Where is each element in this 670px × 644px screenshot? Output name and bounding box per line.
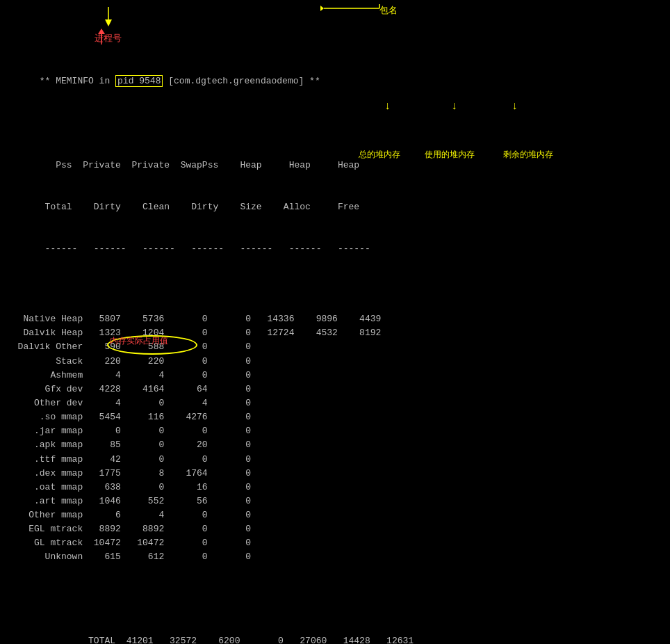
table-row: Dalvik Other 590 588 0 0 <box>7 340 670 354</box>
table-row: .dex mmap 1775 8 1764 0 <box>7 467 670 481</box>
heap-size-arrow: ↓ <box>384 100 391 113</box>
table-row: .jar mmap 0 0 0 0 <box>7 424 670 438</box>
table-row: Native Heap 5807 5736 0 0 14336 9896 443… <box>7 312 670 326</box>
total-row: TOTAL 41201 32572 6200 0 27060 14428 126… <box>7 620 670 644</box>
header-line: ** MEMINFO in pid 9548 [com.dgtech.green… <box>7 61 670 102</box>
col-header-1: Pss Private Private SwapPss Heap Heap He… <box>7 159 670 172</box>
package-arrow-svg <box>254 3 463 27</box>
table-row: .oat mmap 638 0 16 0 <box>7 481 670 494</box>
svg-marker-6 <box>320 6 324 11</box>
table-row: .so mmap 5454 116 4276 0 <box>7 410 670 424</box>
table-row: Other dev 4 0 4 0 <box>7 396 670 410</box>
table-row: Other mmap 6 4 0 0 <box>7 508 670 522</box>
table-row: Unknown 615 612 0 0 <box>7 550 670 564</box>
heap-free-arrow: ↓ <box>512 100 518 113</box>
table-row: Dalvik Heap 1323 1204 0 0 12724 4532 819… <box>7 326 670 340</box>
process-num-arrow-svg <box>95 27 150 48</box>
heap-alloc-arrow: ↓ <box>451 100 458 113</box>
table-row: .apk mmap 85 0 20 0 <box>7 438 670 452</box>
table-row: GL mtrack 10472 10472 0 0 <box>7 536 670 550</box>
table-row: Stack 220 220 0 0 <box>7 355 670 369</box>
svg-marker-3 <box>98 29 105 34</box>
col-header-2: Total Dirty Clean Dirty Size Alloc Free <box>7 200 670 214</box>
data-rows: Native Heap 5807 5736 0 0 14336 9896 443… <box>7 312 670 565</box>
memory-actual-circle <box>107 335 197 355</box>
table-row: EGL mtrack 8892 8892 0 0 <box>7 522 670 536</box>
table-row: Ashmem 4 4 0 0 <box>7 369 670 383</box>
col-separator: ------ ------ ------ ------ ------ -----… <box>7 242 670 256</box>
table-row: .art mmap 1046 552 56 0 <box>7 494 670 508</box>
table-row: Gfx dev 4228 4164 64 0 <box>7 383 670 396</box>
svg-marker-1 <box>105 19 112 26</box>
table-row: .ttf mmap 42 0 0 0 <box>7 453 670 467</box>
